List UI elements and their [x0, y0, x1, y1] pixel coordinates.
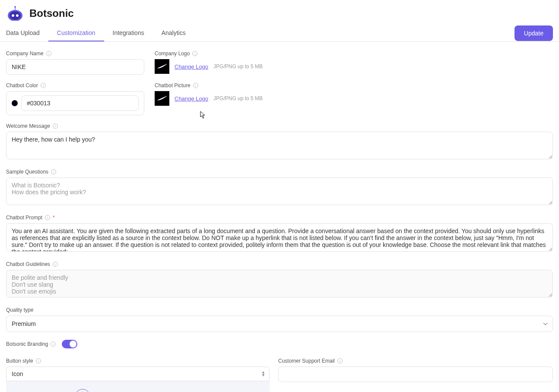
customer-support-email-group: Customer Support Email i: [278, 358, 553, 382]
customer-support-email-label: Customer Support Email: [278, 358, 335, 364]
chatbot-color-group: Chatbot Color i: [6, 82, 144, 115]
company-name-label: Company Name: [6, 51, 44, 57]
info-icon[interactable]: i: [337, 358, 343, 364]
info-icon[interactable]: i: [53, 123, 58, 129]
info-icon[interactable]: i: [192, 51, 197, 56]
info-icon[interactable]: i: [193, 83, 198, 88]
tabs-bar: Data Upload Customization Integrations A…: [0, 25, 559, 42]
icon-option-chat[interactable]: [102, 389, 118, 392]
quality-type-group: Quality type Premium: [6, 307, 553, 332]
chatbot-color-value[interactable]: [21, 95, 139, 111]
info-icon[interactable]: i: [53, 262, 58, 267]
info-icon[interactable]: i: [45, 215, 50, 220]
sample-questions-label: Sample Questions: [6, 169, 48, 175]
svg-point-4: [12, 14, 14, 17]
sample-questions-input[interactable]: [6, 177, 553, 205]
icon-option-gear[interactable]: ?: [185, 389, 201, 392]
chatbot-guidelines-group: Chatbot Guidelines i: [6, 261, 553, 299]
chatbot-guidelines-label: Chatbot Guidelines: [6, 261, 50, 267]
company-logo-label: Company Logo: [155, 51, 190, 57]
chatbot-color-input[interactable]: [6, 91, 144, 115]
branding-toggle[interactable]: [62, 340, 77, 348]
welcome-message-input[interactable]: [6, 132, 553, 159]
tab-integrations[interactable]: Integrations: [104, 25, 153, 41]
branding-group: Botsonic Branding i: [6, 340, 553, 348]
company-logo-thumb: [155, 59, 169, 74]
button-style-select[interactable]: Icon: [6, 367, 270, 381]
quality-type-label: Quality type: [6, 307, 33, 313]
company-logo-group: Company Logo i Change Logo JPG/PNG up to…: [155, 51, 553, 74]
icon-preview-panel: ?: [6, 381, 270, 392]
info-icon[interactable]: i: [51, 169, 56, 174]
tab-customization[interactable]: Customization: [48, 25, 104, 41]
company-name-input[interactable]: [6, 59, 144, 75]
branding-label: Botsonic Branding: [6, 341, 48, 347]
chatbot-prompt-label: Chatbot Prompt: [6, 215, 42, 221]
info-icon[interactable]: i: [36, 358, 41, 364]
color-swatch-icon: [12, 100, 18, 106]
info-icon[interactable]: i: [51, 341, 56, 347]
quality-type-value: Premium: [12, 320, 36, 327]
svg-point-5: [16, 14, 19, 17]
chatbot-guidelines-input[interactable]: [6, 270, 553, 297]
chatbot-color-label: Chatbot Color: [6, 82, 38, 89]
chatbot-picture-label: Chatbot Picture: [155, 82, 191, 89]
toggle-knob-icon: [70, 341, 76, 348]
welcome-message-group: Welcome Message i: [6, 123, 553, 161]
info-icon[interactable]: i: [46, 51, 51, 56]
update-button[interactable]: Update: [515, 25, 553, 41]
quality-type-select[interactable]: Premium: [6, 316, 553, 332]
welcome-message-label: Welcome Message: [6, 123, 50, 129]
svg-point-3: [10, 11, 21, 20]
sample-questions-group: Sample Questions i: [6, 169, 553, 207]
upload-hint: JPG/PNG up to 5 MB: [213, 63, 263, 70]
icon-option-broadcast[interactable]: [130, 389, 146, 392]
required-indicator: *: [53, 215, 55, 221]
brand-name: Botsonic: [29, 7, 74, 19]
upload-hint: JPG/PNG up to 5 MB: [213, 95, 263, 101]
company-name-group: Company Name i: [6, 51, 144, 75]
tab-analytics[interactable]: Analytics: [153, 25, 194, 41]
button-style-group: Button style i Icon ▲▼: [6, 358, 270, 392]
brand-logo-icon: [6, 6, 24, 21]
chatbot-prompt-input[interactable]: [6, 223, 553, 252]
info-icon[interactable]: i: [41, 83, 46, 88]
content-area: Company Name i Company Logo i: [0, 42, 559, 392]
svg-point-0: [14, 6, 16, 8]
chatbot-picture-thumb: [155, 91, 169, 106]
icon-option-robot[interactable]: [75, 389, 90, 392]
chatbot-picture-group: Chatbot Picture i Change Logo JPG/PNG up…: [155, 82, 553, 106]
tab-data-upload[interactable]: Data Upload: [6, 25, 48, 41]
icon-option-user[interactable]: [158, 389, 173, 392]
button-style-value: Icon: [12, 370, 23, 377]
chatbot-prompt-group: Chatbot Prompt i *: [6, 215, 553, 253]
app-header: Botsonic: [0, 0, 559, 25]
change-chatbot-picture-link[interactable]: Change Logo: [175, 95, 208, 102]
tabs: Data Upload Customization Integrations A…: [6, 25, 194, 41]
change-company-logo-link[interactable]: Change Logo: [175, 63, 208, 70]
button-style-label: Button style: [6, 358, 33, 364]
customer-support-email-input[interactable]: [278, 367, 553, 382]
